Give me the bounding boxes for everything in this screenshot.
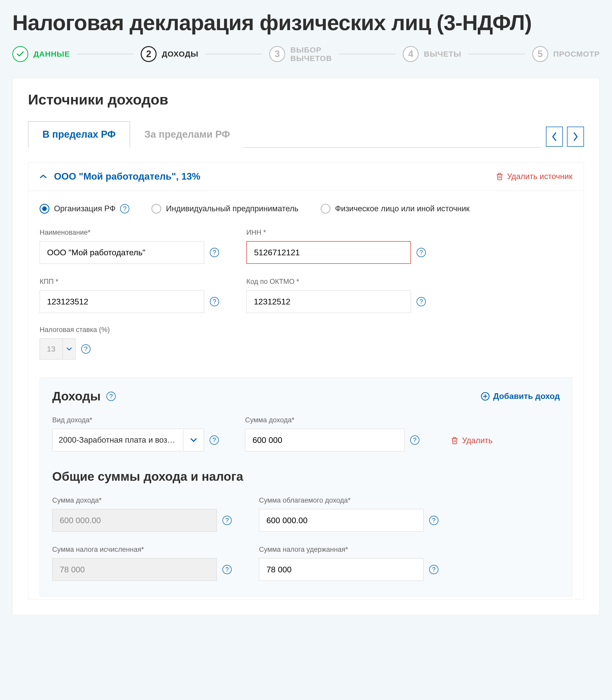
help-icon[interactable]: ? <box>210 297 219 306</box>
tax-rate-select: 13 <box>40 338 75 360</box>
radio-label: Организация РФ <box>54 204 115 213</box>
field-name: Наименование* ? <box>40 229 230 264</box>
step-number: 5 <box>532 46 548 62</box>
step-label: ВЫЧЕТЫ <box>424 50 461 58</box>
radio-label: Индивидуальный предприниматель <box>166 204 298 213</box>
step-5[interactable]: 5 ПРОСМОТР <box>532 46 600 62</box>
taxable-sum-input[interactable] <box>259 509 423 532</box>
field-label: Код по ОКТМО * <box>246 278 436 286</box>
income-type-value: 2000-Заработная плата и возн… <box>53 435 183 445</box>
step-1[interactable]: ДАННЫЕ <box>12 46 70 62</box>
plus-circle-icon <box>481 392 490 401</box>
field-total-sum: Сумма дохода* ? <box>52 496 242 532</box>
field-taxable-sum: Сумма облагаемого дохода* ? <box>259 496 449 532</box>
step-4[interactable]: 4 ВЫЧЕТЫ <box>403 46 461 62</box>
inn-input[interactable] <box>246 241 411 264</box>
income-source-card: ООО "Мой работодатель", 13% Удалить исто… <box>28 162 584 600</box>
radio-org-rf[interactable]: Организация РФ ? <box>40 204 129 214</box>
step-2[interactable]: 2 ДОХОДЫ <box>141 46 198 62</box>
field-label: Налоговая ставка (%) <box>40 326 572 334</box>
income-sources-heading: Источники доходов <box>28 91 584 108</box>
tax-held-input[interactable] <box>259 558 423 581</box>
tax-calc-input <box>52 558 217 581</box>
income-amount-input[interactable] <box>245 429 404 452</box>
help-icon[interactable]: ? <box>210 435 219 445</box>
delete-source-button[interactable]: Удалить источник <box>496 172 572 181</box>
help-icon[interactable]: ? <box>429 565 439 574</box>
field-income-amount: Сумма дохода* ? <box>245 416 430 452</box>
help-icon[interactable]: ? <box>429 516 439 525</box>
step-label: ВЫБОРВЫЧЕТОВ <box>290 45 332 63</box>
step-connector <box>206 54 262 54</box>
field-label: ИНН * <box>246 229 436 237</box>
total-sum-input <box>52 509 217 532</box>
tab-outside-rf[interactable]: За пределами РФ <box>130 121 245 148</box>
stepper: ДАННЫЕ 2 ДОХОДЫ 3 ВЫБОРВЫЧЕТОВ 4 ВЫЧЕТЫ … <box>0 45 612 78</box>
next-source-button[interactable] <box>567 126 584 147</box>
field-label: Сумма дохода* <box>245 416 430 424</box>
chevron-down-icon <box>183 429 204 451</box>
step-connector <box>77 54 134 54</box>
help-icon[interactable]: ? <box>410 435 419 445</box>
radio-ip[interactable]: Индивидуальный предприниматель <box>151 204 298 214</box>
chevron-up-icon <box>40 174 47 179</box>
field-label: Наименование* <box>40 229 230 237</box>
step-label: ДОХОДЫ <box>162 50 198 58</box>
field-oktmo: Код по ОКТМО * ? <box>246 278 436 313</box>
collapse-toggle[interactable] <box>40 174 47 179</box>
field-label: Сумма облагаемого дохода* <box>259 496 449 504</box>
add-income-label: Добавить доход <box>493 391 560 401</box>
delete-income-label: Удалить <box>462 436 492 445</box>
page-title: Налоговая декларация физических лиц (3-Н… <box>0 0 612 45</box>
field-label: Вид дохода* <box>52 416 232 424</box>
prev-source-button[interactable] <box>546 126 563 147</box>
income-type-select[interactable]: 2000-Заработная плата и возн… <box>52 429 204 452</box>
trash-icon <box>496 172 503 181</box>
add-income-button[interactable]: Добавить доход <box>481 391 560 401</box>
delete-income-button[interactable]: Удалить <box>451 436 492 445</box>
field-tax-held: Сумма налога удержанная* ? <box>259 546 449 581</box>
field-income-type: Вид дохода* 2000-Заработная плата и возн… <box>52 416 232 452</box>
main-panel: Источники доходов В пределах РФ За преде… <box>12 78 600 615</box>
step-number: 3 <box>269 46 285 62</box>
chevron-right-icon <box>572 132 579 142</box>
field-inn: ИНН * ? <box>246 229 436 264</box>
help-icon[interactable]: ? <box>81 344 91 354</box>
help-icon[interactable]: ? <box>417 248 426 257</box>
help-icon[interactable]: ? <box>120 204 129 213</box>
field-label: Сумма налога удержанная* <box>259 546 449 554</box>
help-icon[interactable]: ? <box>210 248 219 257</box>
field-tax-calc: Сумма налога исчисленная* ? <box>52 546 242 581</box>
check-icon <box>12 46 28 62</box>
kpp-input[interactable] <box>40 290 204 313</box>
tax-rate-value: 13 <box>40 345 62 353</box>
chevron-down-icon <box>62 339 75 359</box>
radio-icon <box>151 204 161 214</box>
step-label: ПРОСМОТР <box>553 50 600 58</box>
radio-label: Физическое лицо или иной источник <box>335 204 470 213</box>
source-title: ООО "Мой работодатель", 13% <box>54 171 489 182</box>
step-label: ДАННЫЕ <box>33 50 70 58</box>
oktmo-input[interactable] <box>246 290 411 313</box>
step-connector <box>469 54 525 54</box>
help-icon[interactable]: ? <box>222 565 232 574</box>
radio-icon <box>40 204 50 214</box>
radio-other[interactable]: Физическое лицо или иной источник <box>321 204 470 214</box>
field-kpp: КПП * ? <box>40 278 230 313</box>
field-label: Сумма налога исчисленная* <box>52 546 242 554</box>
name-input[interactable] <box>40 241 204 264</box>
incomes-title: Доходы <box>52 389 101 403</box>
source-type-radios: Организация РФ ? Индивидуальный предприн… <box>40 204 572 214</box>
help-icon[interactable]: ? <box>417 297 426 306</box>
help-icon[interactable]: ? <box>222 516 232 525</box>
step-number: 4 <box>403 46 419 62</box>
region-tabs: В пределах РФ За пределами РФ <box>28 121 541 148</box>
delete-source-label: Удалить источник <box>507 172 572 181</box>
incomes-block: Доходы ? Добавить доход Вид дохода* <box>40 378 572 596</box>
tab-inside-rf[interactable]: В пределах РФ <box>28 121 130 148</box>
trash-icon <box>451 436 458 445</box>
source-header: ООО "Мой работодатель", 13% Удалить исто… <box>28 162 584 191</box>
help-icon[interactable]: ? <box>107 392 116 401</box>
step-connector <box>339 54 395 54</box>
step-3[interactable]: 3 ВЫБОРВЫЧЕТОВ <box>269 45 332 63</box>
